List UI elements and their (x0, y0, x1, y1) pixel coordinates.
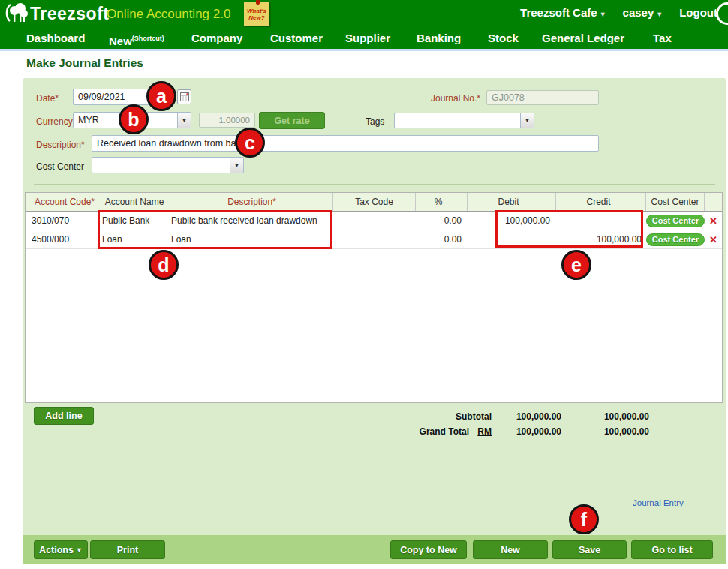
exchange-rate-input (199, 113, 255, 128)
go-to-list-button[interactable]: Go to list (631, 540, 713, 559)
chevron-down-icon: ▼ (76, 546, 83, 554)
col-cost-center: Cost Center (646, 193, 705, 211)
add-line-button[interactable]: Add line (34, 407, 94, 425)
currency-select[interactable]: MYR ▼ (73, 112, 191, 128)
account-name-cell[interactable]: Public Bank (98, 212, 167, 230)
journal-lines-table: Account Code* Account Name Description* … (25, 192, 723, 403)
get-rate-button[interactable]: Get rate (259, 112, 325, 129)
col-percent: % (416, 193, 468, 211)
header-user-area: Treezsoft Cafe▼ casey▼ Logout (520, 6, 717, 19)
nav-dashboard[interactable]: Dashboard (26, 27, 85, 51)
grand-total-credit: 100,000.00 (553, 426, 649, 437)
date-input[interactable] (73, 89, 171, 105)
calendar-icon[interactable] (177, 89, 191, 104)
cost-center-label: Cost Center (36, 161, 84, 172)
treezsoft-logo[interactable]: Treezsoft (3, 2, 109, 26)
currency-value: MYR (74, 115, 177, 125)
description-cell[interactable]: Loan (167, 230, 333, 248)
actions-button[interactable]: Actions▼ (34, 540, 88, 559)
bottom-action-bar: Actions▼ Print Copy to New New Save Go t… (23, 535, 726, 564)
currency-label: Currency* (36, 116, 76, 127)
account-code-cell[interactable]: 4500/000 (26, 230, 98, 248)
col-account-name: Account Name (98, 193, 167, 211)
percent-cell[interactable]: 0.00 (416, 212, 468, 230)
col-debit: Debit (468, 193, 556, 211)
table-header-row: Account Code* Account Name Description* … (26, 193, 722, 212)
whats-new-label: What's New? (247, 8, 266, 21)
tree-logo-icon (3, 2, 29, 26)
credit-cell[interactable]: 100,000.00 (556, 230, 646, 248)
divider (34, 184, 715, 185)
chevron-down-icon: ▼ (230, 158, 243, 173)
col-description: Description* (167, 193, 333, 211)
tags-label: Tags (366, 116, 384, 127)
description-cell[interactable]: Public bank received loan drawdown (167, 212, 333, 230)
date-label: Date* (36, 93, 59, 104)
table-row: 4500/000 Loan Loan 0.00 100,000.00 Cost … (26, 230, 722, 249)
col-account-code: Account Code* (26, 193, 98, 211)
credit-cell[interactable] (556, 212, 646, 230)
tax-code-cell[interactable] (333, 212, 416, 230)
cost-center-select[interactable]: ▼ (92, 157, 244, 173)
account-code-cell[interactable]: 3010/070 (26, 212, 98, 230)
subtotal-credit: 100,000.00 (553, 411, 649, 422)
nav-new[interactable]: New(Shortcut) (109, 27, 164, 51)
main-nav: Dashboard New(Shortcut) Company Customer… (0, 27, 728, 51)
delete-row-icon[interactable]: ✕ (709, 215, 717, 227)
brand-name: Treezsoft (30, 4, 109, 24)
grand-total-label: Grand Total (360, 426, 469, 437)
nav-supplier[interactable]: Supplier (345, 27, 390, 51)
notification-icon[interactable] (716, 2, 728, 25)
whats-new-note-icon[interactable]: What's New? (244, 2, 269, 26)
journal-no-label: Journal No.* (374, 93, 480, 104)
debit-cell[interactable]: 100,000.00 (468, 212, 556, 230)
nav-new-shortcut-label: (Shortcut) (132, 35, 164, 42)
tags-select[interactable]: ▼ (394, 113, 534, 128)
col-credit: Credit (556, 193, 646, 211)
chevron-down-icon: ▼ (177, 113, 191, 128)
nav-tax[interactable]: Tax (653, 27, 672, 51)
debit-cell[interactable] (468, 230, 556, 248)
logout-button[interactable]: Logout (679, 6, 717, 19)
page-title: Make Journal Entries (26, 56, 143, 70)
cost-center-button[interactable]: Cost Center (646, 215, 705, 227)
nav-customer[interactable]: Customer (270, 27, 323, 51)
delete-row-icon[interactable]: ✕ (709, 234, 717, 245)
chevron-down-icon: ▼ (600, 11, 606, 18)
copy-to-new-button[interactable]: Copy to New (390, 540, 467, 559)
percent-cell[interactable]: 0.00 (416, 230, 468, 248)
user-menu[interactable]: casey▼ (623, 6, 663, 19)
tax-code-cell[interactable] (333, 230, 416, 248)
subtotal-debit: 100,000.00 (465, 411, 561, 422)
account-name-cell[interactable]: Loan (98, 230, 167, 248)
nav-general-ledger[interactable]: General Ledger (542, 27, 624, 51)
nav-banking[interactable]: Banking (417, 27, 461, 51)
table-row: 3010/070 Public Bank Public bank receive… (26, 212, 722, 230)
cost-center-button[interactable]: Cost Center (646, 233, 705, 246)
chevron-down-icon: ▼ (520, 113, 534, 128)
treezsoft-app: Treezsoft Online Accounting 2.0 What's N… (0, 0, 728, 569)
grand-total-debit: 100,000.00 (465, 426, 561, 437)
col-delete (705, 193, 722, 211)
product-name: Online Accounting 2.0 (107, 7, 230, 22)
journal-no-input (486, 90, 599, 105)
new-button[interactable]: New (473, 540, 548, 559)
chevron-down-icon: ▼ (656, 11, 663, 18)
journal-entry-link[interactable]: Journal Entry (633, 498, 684, 507)
save-button[interactable]: Save (552, 540, 627, 559)
print-button[interactable]: Print (90, 540, 165, 559)
col-tax-code: Tax Code (333, 193, 416, 211)
description-input[interactable] (92, 135, 599, 152)
company-menu[interactable]: Treezsoft Cafe▼ (520, 6, 606, 19)
top-header-bar: Treezsoft Online Accounting 2.0 What's N… (0, 0, 728, 27)
nav-company[interactable]: Company (191, 27, 242, 51)
description-label: Description* (36, 140, 85, 150)
journal-entry-panel: Date* Journal No.* Currency* MYR ▼ Get r… (23, 78, 726, 564)
nav-stock[interactable]: Stock (488, 27, 519, 51)
